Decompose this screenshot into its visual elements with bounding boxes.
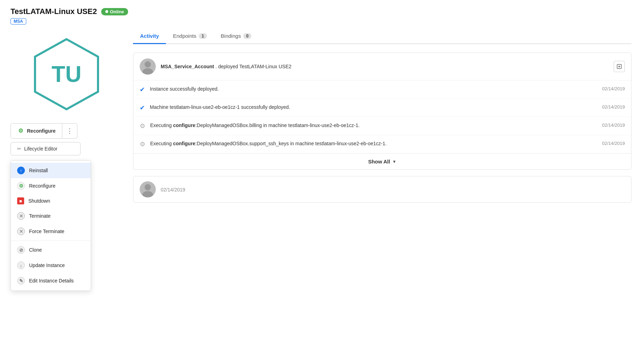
menu-item-edit-details[interactable]: ✎ Edit Instance Details [11, 273, 91, 288]
activity-list: MSA_Service_Account . deployed TestLATAM… [133, 52, 631, 170]
tab-bindings-label: Bindings [221, 33, 241, 39]
chevron-down-icon: ▼ [392, 159, 396, 164]
check-icon-1: ✔ [140, 86, 145, 93]
terminate-icon: ✕ [17, 212, 25, 220]
tab-bindings[interactable]: Bindings 0 [214, 29, 258, 44]
page-title: TestLATAM-Linux USE2 [11, 7, 97, 16]
lifecycle-editor-label: Lifecycle Editor [24, 146, 57, 152]
menu-item-reinstall[interactable]: ↑ Reinstall [11, 163, 91, 178]
activity-item-1-text: Instance successfully deployed. [150, 86, 219, 92]
svg-point-7 [142, 191, 153, 197]
menu-item-clone-label: Clone [29, 247, 42, 253]
activity-item-3-prefix: Executing [150, 122, 173, 128]
more-options-button[interactable]: ⋮ [62, 123, 77, 139]
activity-item-3-suffix: :DeployManagedOSBox.billing in machine t… [195, 122, 360, 128]
export-icon [616, 64, 622, 69]
tab-activity[interactable]: Activity [133, 29, 166, 44]
main-layout: TU ⚙ Reconfigure ⋮ ✏ Lifecycle Editor [11, 29, 631, 291]
gear-icon: ⚙ [17, 127, 24, 134]
gear-icon-3: ⚙ [140, 122, 145, 130]
show-all-label: Show All [368, 159, 390, 164]
lifecycle-editor-button[interactable]: ✏ Lifecycle Editor [11, 142, 81, 155]
status-label: Online [110, 9, 124, 14]
left-panel: TU ⚙ Reconfigure ⋮ ✏ Lifecycle Editor [11, 29, 130, 291]
show-all-row: Show All ▼ [133, 153, 631, 169]
edit-icon: ✏ [17, 146, 21, 152]
svg-point-2 [142, 68, 153, 75]
menu-item-shutdown[interactable]: ■ Shutdown [11, 194, 91, 208]
export-button[interactable] [614, 61, 625, 72]
dropdown-menu: ↑ Reinstall ⚙ Reconfigure ■ Shutdown ✕ T… [11, 160, 91, 291]
hex-initials: TU [51, 61, 81, 87]
avatar [140, 58, 156, 75]
page: TestLATAM-Linux USE2 Online MSA TU ⚙ [0, 0, 642, 364]
edit-details-icon: ✎ [17, 277, 25, 285]
status-dot-icon [105, 10, 108, 13]
msa-tag: MSA [11, 18, 26, 24]
menu-item-terminate-label: Terminate [29, 213, 50, 219]
reconfigure-button[interactable]: ⚙ Reconfigure [11, 123, 62, 139]
activity-header: MSA_Service_Account . deployed TestLATAM… [133, 53, 631, 80]
status-badge: Online [101, 8, 128, 15]
check-icon-2: ✔ [140, 104, 145, 112]
activity-item-4-date: 02/14/2019 [602, 141, 625, 146]
activity-text-2: Machine testlatam-linux-use2-eb-oe1cz-1 … [150, 104, 597, 111]
tab-endpoints-label: Endpoints [173, 33, 196, 39]
menu-item-clone[interactable]: ⊘ Clone [11, 242, 91, 258]
activity-item-3-bold: configure [173, 122, 195, 128]
menu-divider [11, 240, 91, 241]
menu-item-shutdown-label: Shutdown [28, 198, 50, 204]
tab-endpoints[interactable]: Endpoints 1 [166, 29, 214, 44]
activity-action: . deployed TestLATAM-Linux USE2 [215, 64, 291, 69]
show-all-button[interactable]: Show All ▼ [368, 159, 397, 164]
svg-point-6 [145, 184, 151, 190]
activity-item-1-date: 02/14/2019 [602, 86, 625, 91]
menu-item-reconfigure-label: Reconfigure [29, 183, 56, 189]
activity-card-2-date: 02/14/2019 [161, 187, 185, 192]
menu-item-update-instance[interactable]: ↓ Update Instance [11, 258, 91, 273]
tabs: Activity Endpoints 1 Bindings 0 [133, 29, 631, 44]
force-terminate-icon: ✕ [17, 227, 25, 235]
tab-endpoints-badge: 1 [199, 33, 207, 39]
hexagon-logo: TU [28, 36, 105, 113]
activity-item-1: ✔ Instance successfully deployed. 02/14/… [133, 80, 631, 99]
menu-item-edit-details-label: Edit Instance Details [29, 278, 74, 284]
activity-card-2-item: 02/14/2019 [133, 176, 631, 202]
activity-item-2-text: Machine testlatam-linux-use2-eb-oe1cz-1 … [150, 104, 290, 110]
activity-item-3-date: 02/14/2019 [602, 122, 625, 128]
activity-item-2-date: 02/14/2019 [602, 104, 625, 110]
activity-item-4: ⚙ Executing configure:DeployManagedOSBox… [133, 135, 631, 153]
svg-point-1 [145, 61, 151, 68]
activity-title: MSA_Service_Account . deployed TestLATAM… [161, 64, 609, 69]
avatar-2 [140, 181, 156, 197]
activity-user: MSA_Service_Account [161, 64, 214, 69]
activity-text-1: Instance successfully deployed. [150, 85, 597, 93]
shutdown-icon: ■ [17, 197, 24, 204]
tab-bindings-badge: 0 [243, 33, 251, 39]
tab-activity-label: Activity [140, 33, 159, 39]
menu-item-reinstall-label: Reinstall [29, 168, 48, 173]
activity-item-3: ⚙ Executing configure:DeployManagedOSBox… [133, 117, 631, 135]
page-header: TestLATAM-Linux USE2 Online [11, 7, 631, 16]
reconfigure-label: Reconfigure [27, 128, 56, 134]
menu-item-terminate[interactable]: ✕ Terminate [11, 208, 91, 224]
reinstall-icon: ↑ [17, 167, 25, 174]
menu-item-force-terminate-label: Force Terminate [29, 229, 64, 234]
activity-item-4-bold: configure [173, 141, 195, 146]
activity-item-2: ✔ Machine testlatam-linux-use2-eb-oe1cz-… [133, 99, 631, 117]
activity-item-4-prefix: Executing [150, 141, 173, 146]
reconfigure-icon: ⚙ [17, 182, 25, 190]
hex-container: TU [11, 36, 123, 113]
activity-text-3: Executing configure:DeployManagedOSBox.b… [150, 122, 597, 129]
right-panel: Activity Endpoints 1 Bindings 0 [130, 29, 631, 291]
activity-text-4: Executing configure:DeployManagedOSBox.s… [150, 140, 597, 147]
activity-item-4-suffix: :DeployManagedOSBox.support_ssh_keys in … [195, 141, 386, 146]
avatar-2-icon [140, 181, 156, 197]
gear-icon-4: ⚙ [140, 140, 145, 148]
menu-item-force-terminate[interactable]: ✕ Force Terminate [11, 224, 91, 239]
action-buttons: ⚙ Reconfigure ⋮ [11, 123, 123, 139]
menu-item-reconfigure[interactable]: ⚙ Reconfigure [11, 178, 91, 194]
update-icon: ↓ [17, 261, 25, 269]
menu-item-update-label: Update Instance [29, 262, 65, 268]
activity-card-2: 02/14/2019 [133, 176, 631, 203]
